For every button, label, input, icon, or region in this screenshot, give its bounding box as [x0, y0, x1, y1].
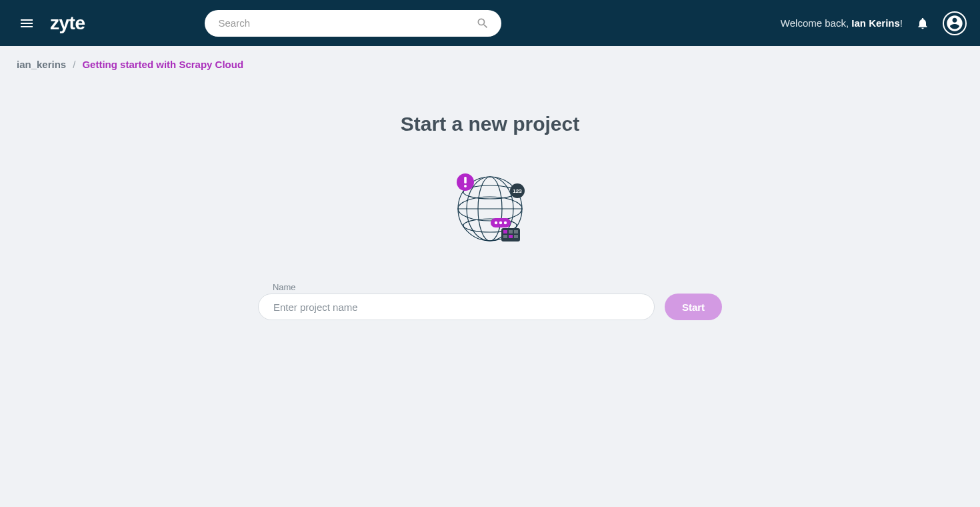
header-right: Welcome back, Ian Kerins! [781, 11, 967, 35]
project-illustration: 123 [453, 172, 527, 245]
welcome-text: Welcome back, Ian Kerins! [781, 17, 903, 29]
search-wrapper [205, 10, 501, 37]
welcome-name: Ian Kerins [851, 17, 900, 29]
breadcrumb-root[interactable]: ian_kerins [17, 59, 66, 70]
welcome-suffix: ! [900, 17, 903, 29]
start-button[interactable]: Start [665, 294, 722, 320]
svg-point-14 [504, 221, 507, 224]
svg-rect-19 [503, 235, 507, 238]
user-icon [945, 14, 964, 33]
svg-rect-18 [514, 230, 518, 233]
search-input[interactable] [205, 10, 501, 37]
svg-point-12 [495, 221, 497, 224]
bell-icon[interactable] [916, 17, 929, 30]
svg-rect-16 [503, 230, 507, 233]
welcome-prefix: Welcome back, [781, 17, 851, 29]
app-header: zyte Welcome back, Ian Kerins! [0, 0, 980, 46]
svg-point-13 [499, 221, 502, 224]
name-label: Name [273, 282, 655, 292]
svg-point-9 [464, 185, 467, 187]
search-icon [476, 17, 489, 30]
breadcrumb-separator: / [73, 59, 75, 70]
svg-rect-21 [514, 235, 518, 238]
project-name-input[interactable] [258, 294, 655, 320]
svg-rect-17 [509, 230, 513, 233]
svg-rect-20 [509, 235, 513, 238]
main-content: Start a new project 123 [0, 83, 980, 320]
new-project-form: Name Start [258, 282, 722, 320]
breadcrumb-current: Getting started with Scrapy Cloud [82, 59, 243, 70]
logo[interactable]: zyte [50, 13, 85, 34]
avatar[interactable] [943, 11, 967, 35]
hamburger-icon [19, 15, 35, 31]
svg-rect-8 [464, 177, 467, 183]
menu-button[interactable] [13, 10, 40, 37]
page-title: Start a new project [401, 113, 579, 135]
name-field-group: Name [258, 282, 655, 320]
illustration-badge-number: 123 [513, 188, 522, 194]
logo-text: zyte [50, 13, 85, 34]
breadcrumb: ian_kerins / Getting started with Scrapy… [0, 46, 980, 83]
